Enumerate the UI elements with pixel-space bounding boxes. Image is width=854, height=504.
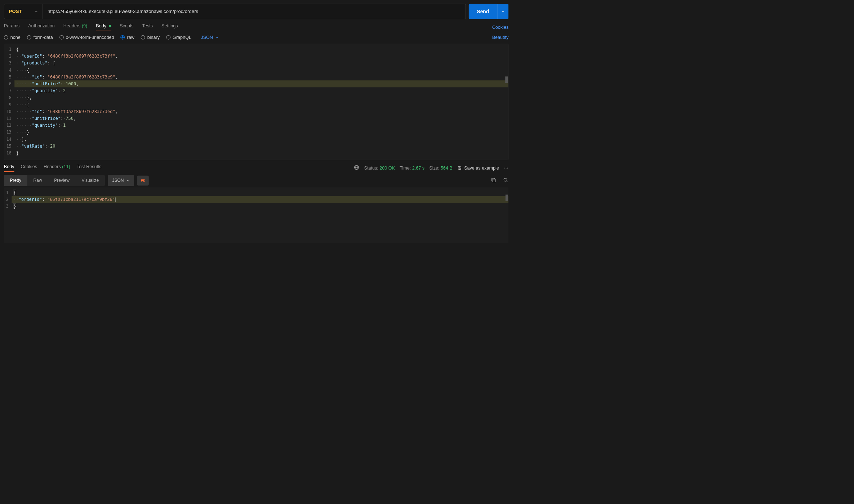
response-gutter: 123 bbox=[4, 187, 12, 211]
radio-icon bbox=[27, 35, 31, 40]
code-line[interactable]: { bbox=[12, 189, 508, 196]
time-label: Time: 2.67 s bbox=[400, 165, 424, 170]
beautify-link[interactable]: Beautify bbox=[492, 35, 509, 40]
response-tab-body[interactable]: Body bbox=[4, 164, 14, 172]
tab-headers-label: Headers bbox=[63, 23, 81, 28]
response-code[interactable]: {··"orderId":·"66f071cba21179c7caf9bf26"… bbox=[12, 187, 508, 211]
size-label: Size: 564 B bbox=[429, 165, 452, 170]
body-type-form-data[interactable]: form-data bbox=[27, 35, 53, 40]
wrap-lines-button[interactable] bbox=[137, 176, 149, 186]
response-body-viewer[interactable]: 123 {··"orderId":·"66f071cba21179c7caf9b… bbox=[4, 187, 508, 243]
svg-rect-6 bbox=[493, 179, 495, 182]
request-body-editor[interactable]: 12345678910111213141516 {··"userId":·"64… bbox=[4, 44, 508, 160]
chevron-down-icon bbox=[502, 10, 504, 13]
code-line[interactable]: ····{ bbox=[14, 67, 508, 73]
send-button[interactable]: Send bbox=[469, 4, 497, 19]
code-line[interactable]: ····}, bbox=[14, 94, 508, 101]
body-type-binary[interactable]: binary bbox=[141, 35, 160, 40]
body-type-x-www-form-urlencoded[interactable]: x-www-form-urlencoded bbox=[59, 35, 114, 40]
body-type-raw[interactable]: raw bbox=[120, 35, 134, 40]
copy-response-button[interactable] bbox=[491, 177, 497, 184]
search-icon bbox=[503, 177, 509, 183]
chevron-down-icon bbox=[127, 179, 130, 182]
response-format-select[interactable]: JSON bbox=[108, 175, 134, 186]
code-line[interactable]: } bbox=[12, 203, 508, 210]
http-method-label: POST bbox=[9, 9, 22, 14]
status-label: Status: 200 OK bbox=[364, 165, 395, 170]
svg-rect-2 bbox=[459, 168, 460, 169]
tab-tests[interactable]: Tests bbox=[142, 23, 153, 31]
search-response-button[interactable] bbox=[503, 177, 509, 184]
tab-body-label: Body bbox=[96, 23, 106, 28]
code-line[interactable]: } bbox=[14, 149, 508, 156]
code-line[interactable]: ······"quantity":·1 bbox=[14, 122, 508, 129]
body-type-graphql[interactable]: GraphQL bbox=[166, 35, 191, 40]
body-type-none[interactable]: none bbox=[4, 35, 21, 40]
scrollbar-thumb[interactable] bbox=[506, 195, 508, 201]
tab-body[interactable]: Body bbox=[96, 23, 111, 31]
chevron-down-icon bbox=[35, 10, 38, 13]
tab-scripts[interactable]: Scripts bbox=[120, 23, 134, 31]
view-visualize-button[interactable]: Visualize bbox=[76, 175, 105, 186]
code-line[interactable]: ··], bbox=[14, 136, 508, 143]
cookies-link[interactable]: Cookies bbox=[492, 25, 509, 30]
tab-params[interactable]: Params bbox=[4, 23, 19, 31]
more-horizontal-icon bbox=[504, 166, 508, 170]
code-line[interactable]: ··"vatRate":·20 bbox=[14, 143, 508, 149]
tab-headers[interactable]: Headers (9) bbox=[63, 23, 88, 31]
send-dropdown-button[interactable] bbox=[497, 4, 508, 19]
request-gutter: 12345678910111213141516 bbox=[4, 44, 14, 158]
code-line[interactable]: ··"orderId":·"66f071cba21179c7caf9bf26" bbox=[12, 196, 508, 203]
tab-authorization[interactable]: Authorization bbox=[28, 23, 55, 31]
view-pretty-button[interactable]: Pretty bbox=[4, 175, 27, 186]
scrollbar-thumb[interactable] bbox=[505, 76, 508, 83]
code-line[interactable]: ··"products":·[ bbox=[14, 60, 508, 67]
code-line[interactable]: ······"unitPrice":·1000, bbox=[14, 80, 508, 87]
chevron-down-icon bbox=[215, 36, 218, 39]
radio-icon bbox=[4, 35, 8, 40]
request-code[interactable]: {··"userId":·"6480ff3b2f8697f6283c73ff",… bbox=[14, 44, 508, 158]
globe-icon[interactable] bbox=[354, 165, 360, 171]
more-menu-button[interactable] bbox=[504, 166, 508, 170]
svg-point-4 bbox=[506, 167, 507, 168]
wrap-icon bbox=[141, 178, 145, 183]
code-line[interactable]: ······"unitPrice":·750, bbox=[14, 115, 508, 122]
view-preview-button[interactable]: Preview bbox=[48, 175, 75, 186]
code-line[interactable]: ····{ bbox=[14, 101, 508, 108]
copy-icon bbox=[491, 177, 497, 183]
view-raw-button[interactable]: Raw bbox=[27, 175, 48, 186]
radio-icon bbox=[166, 35, 170, 40]
url-input[interactable] bbox=[43, 4, 466, 19]
raw-content-type-select[interactable]: JSON bbox=[201, 35, 218, 40]
code-line[interactable]: ······"quantity":·2 bbox=[14, 87, 508, 94]
save-as-example-button[interactable]: Save as example bbox=[457, 165, 499, 170]
response-tab-cookies[interactable]: Cookies bbox=[21, 164, 37, 172]
response-tab-headers[interactable]: Headers (11) bbox=[44, 164, 70, 172]
code-line[interactable]: ······"id":·"6480ff3a2f8697f6283c73e9", bbox=[14, 73, 508, 80]
code-line[interactable]: ··"userId":·"6480ff3b2f8697f6283c73ff", bbox=[14, 53, 508, 59]
code-line[interactable]: ······"id":·"6480ff3a2f8697f6283c73ed", bbox=[14, 108, 508, 115]
tab-settings[interactable]: Settings bbox=[161, 23, 178, 31]
radio-icon bbox=[59, 35, 64, 40]
svg-point-3 bbox=[504, 167, 505, 168]
svg-point-7 bbox=[504, 178, 507, 181]
code-line[interactable]: ····} bbox=[14, 129, 508, 136]
radio-icon bbox=[141, 35, 145, 40]
body-modified-dot-icon bbox=[109, 25, 111, 27]
response-tab-test-results[interactable]: Test Results bbox=[77, 164, 102, 172]
radio-checked-icon bbox=[120, 35, 125, 40]
tab-headers-count: (9) bbox=[82, 23, 87, 28]
code-line[interactable]: { bbox=[14, 46, 508, 53]
save-icon bbox=[457, 166, 462, 170]
http-method-select[interactable]: POST bbox=[4, 4, 43, 19]
svg-point-5 bbox=[507, 167, 508, 168]
